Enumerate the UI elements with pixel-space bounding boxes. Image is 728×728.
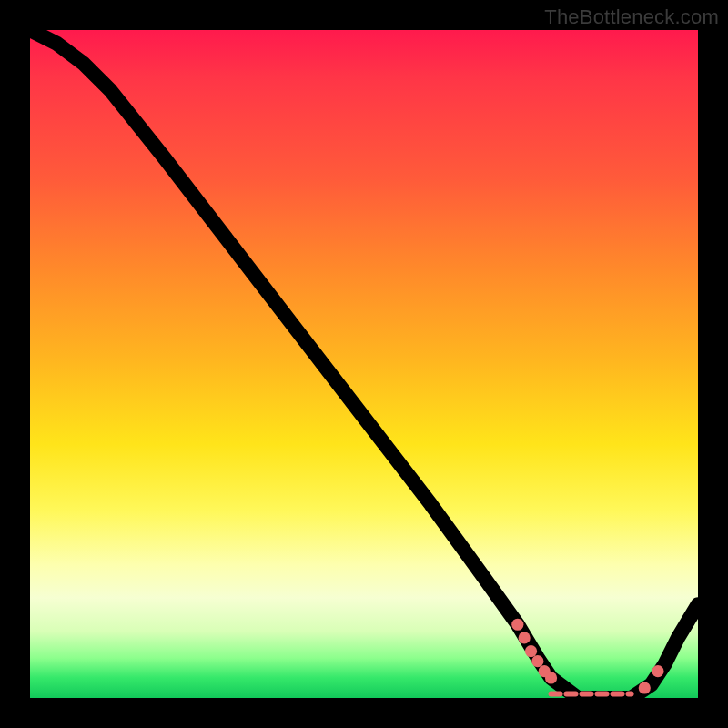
highlight-dot (519, 632, 531, 643)
highlight-dot (531, 655, 543, 667)
highlight-dot (525, 645, 537, 657)
highlight-dot (652, 665, 663, 677)
plot-area (30, 30, 698, 698)
highlight-dot (511, 619, 523, 631)
highlight-dot (639, 682, 651, 693)
bottleneck-curve (30, 30, 698, 698)
curve-svg (30, 30, 698, 698)
chart-frame: TheBottleneck.com (0, 0, 728, 728)
highlight-dot (545, 672, 557, 683)
watermark-text: TheBottleneck.com (544, 5, 719, 29)
